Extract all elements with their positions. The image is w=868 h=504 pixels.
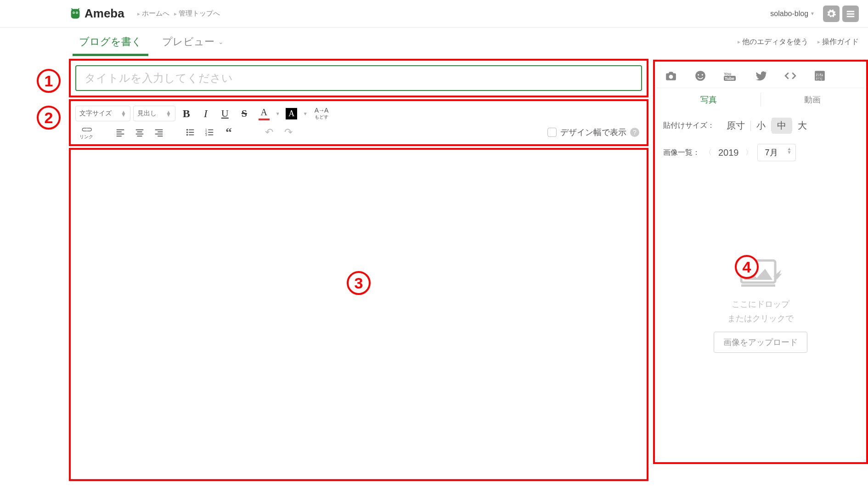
bg-color-button[interactable]: A (283, 105, 300, 122)
month-select[interactable]: 7月 ▲▼ (757, 144, 796, 161)
dropzone[interactable]: ここにドロップ またはクリックで 画像をアップロード (657, 165, 864, 353)
user-dropdown[interactable]: solabo-blog ▼ (770, 10, 815, 18)
dropzone-line2: またはクリックで (727, 311, 794, 326)
spinner-icon: ▲▼ (787, 147, 792, 154)
svg-rect-10 (117, 134, 124, 135)
bold-button[interactable]: B (178, 105, 195, 122)
svg-point-20 (186, 129, 188, 131)
tab-preview[interactable]: プレビュー ⌄ (152, 28, 234, 56)
reset-format-button[interactable]: A→A もどす (310, 107, 333, 120)
font-size-label: 文字サイズ (79, 109, 112, 118)
annotation-3: 3 (347, 271, 371, 295)
svg-text:You: You (724, 72, 731, 76)
year-nav: 〈 2019 〉 (705, 147, 753, 158)
bg-color-a: A (286, 108, 297, 119)
svg-rect-7 (847, 16, 855, 17)
bullet-list-button[interactable] (182, 124, 198, 141)
text-color-button[interactable]: A (255, 105, 273, 122)
emoji-icon[interactable] (694, 70, 706, 82)
tab-video[interactable]: 動画 (761, 88, 865, 111)
chevron-down-icon[interactable]: ▼ (303, 111, 308, 116)
svg-text:おね: おね (816, 73, 823, 77)
title-input[interactable] (75, 65, 642, 91)
header-link-home[interactable]: ホームへ (137, 9, 169, 18)
design-width-label: デザイン幅で表示 (560, 127, 626, 138)
svg-rect-23 (189, 132, 194, 133)
svg-rect-14 (136, 134, 144, 135)
svg-rect-18 (155, 134, 163, 135)
svg-rect-25 (189, 135, 194, 136)
align-right-icon (154, 127, 164, 137)
svg-point-4 (76, 12, 77, 13)
ameba-logo-icon (69, 7, 82, 20)
design-width-checkbox[interactable] (547, 128, 557, 137)
upload-button[interactable]: 画像をアップロード (714, 332, 807, 353)
link-other-editor[interactable]: 他のエディタを使う (738, 28, 808, 56)
svg-point-3 (73, 12, 74, 13)
paste-size-label: 貼付けサイズ： (663, 121, 715, 130)
hamburger-icon (845, 9, 856, 19)
align-left-button[interactable] (112, 124, 129, 141)
undo-button[interactable]: ↶ (261, 124, 277, 141)
svg-point-22 (186, 131, 188, 133)
size-medium[interactable]: 中 (772, 118, 792, 134)
tab-photo[interactable]: 写真 (657, 88, 761, 111)
annotation-1: 1 (37, 69, 61, 93)
align-center-button[interactable] (131, 124, 148, 141)
size-original[interactable]: 原寸 (721, 118, 750, 134)
username-label: solabo-blog (770, 10, 808, 18)
tab-write-blog[interactable]: ブログを書く (69, 28, 152, 56)
align-right-button[interactable] (151, 124, 167, 141)
svg-rect-8 (117, 130, 124, 130)
toolbar: 文字サイズ ▲▼ 見出し ▲▼ B I U S A ▼ A (69, 99, 648, 146)
logo-text: Ameba (85, 6, 124, 21)
dropzone-text: ここにドロップ またはクリックで (727, 297, 794, 325)
right-panel-tabs: 写真 動画 (657, 88, 864, 111)
title-area (69, 59, 648, 97)
menu-button[interactable] (842, 6, 859, 22)
tab-preview-label: プレビュー (162, 35, 214, 49)
year-next[interactable]: 〉 (745, 148, 753, 158)
svg-rect-5 (847, 11, 855, 12)
heading-select[interactable]: 見出し ▲▼ (133, 106, 175, 121)
logo[interactable]: Ameba (69, 6, 124, 21)
settings-button[interactable] (823, 6, 840, 22)
quote-button[interactable]: “ (220, 124, 237, 141)
link-guide[interactable]: 操作ガイド (817, 28, 859, 56)
youtube-icon[interactable]: YouTube (724, 71, 738, 81)
annotation-4: 4 (735, 255, 759, 279)
svg-rect-16 (155, 130, 163, 130)
redo-button[interactable]: ↷ (280, 124, 297, 141)
chevron-down-icon[interactable]: ▼ (276, 111, 280, 116)
gear-icon (826, 9, 836, 19)
strikethrough-button[interactable]: S (236, 105, 253, 122)
chevron-down-icon: ⌄ (218, 38, 224, 45)
italic-button[interactable]: I (197, 105, 214, 122)
reset-format-icon: A→A (315, 107, 328, 114)
svg-rect-43 (741, 284, 775, 287)
camera-icon[interactable] (665, 70, 677, 82)
top-header: Ameba ホームへ 管理トップへ solabo-blog ▼ (0, 0, 868, 28)
help-icon[interactable]: ? (630, 128, 639, 137)
heading-label: 見出し (137, 109, 157, 118)
editor-body[interactable] (69, 148, 648, 481)
align-center-icon (135, 127, 145, 137)
size-small[interactable]: 小 (751, 118, 771, 134)
gallery-row: 画像一覧： 〈 2019 〉 7月 ▲▼ (657, 140, 864, 165)
dropzone-line1: ここにドロップ (727, 297, 794, 311)
svg-rect-21 (189, 130, 194, 130)
numbered-list-button[interactable]: 123 (201, 124, 218, 141)
size-large[interactable]: 大 (792, 118, 812, 134)
font-size-select[interactable]: 文字サイズ ▲▼ (75, 106, 130, 121)
svg-text:だり: だり (816, 76, 823, 80)
year-prev[interactable]: 〈 (705, 148, 712, 158)
onedari-icon[interactable]: おねだり (814, 70, 826, 82)
link-button[interactable]: ⊂⊃ リンク (75, 125, 97, 140)
underline-button[interactable]: U (217, 105, 233, 122)
code-icon[interactable] (784, 70, 796, 82)
svg-rect-29 (208, 132, 213, 133)
spinner-icon: ▲▼ (121, 111, 126, 116)
align-left-icon (115, 127, 125, 137)
twitter-icon[interactable] (755, 70, 767, 82)
header-link-admin[interactable]: 管理トップへ (174, 9, 220, 18)
